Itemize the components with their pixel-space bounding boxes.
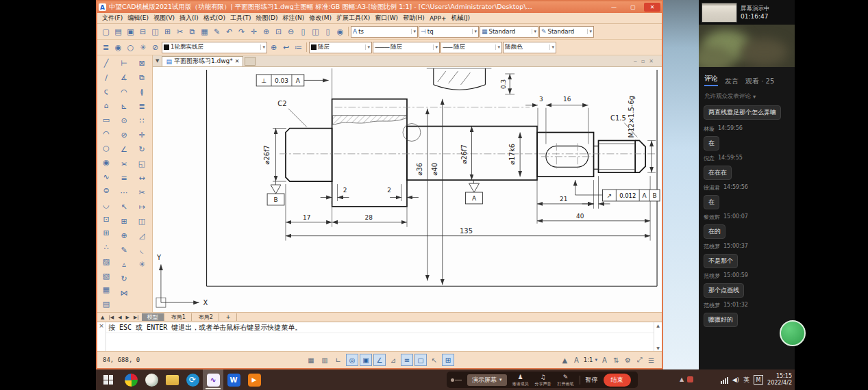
settings-gear-icon[interactable]: ⚙ (623, 354, 633, 366)
status-dyn-ucs-icon[interactable]: ▢ (414, 354, 427, 366)
arc-icon[interactable]: ◠ (98, 127, 114, 142)
trim-icon[interactable]: ✂ (134, 185, 150, 200)
tab-comments[interactable]: 评论 (704, 74, 718, 86)
menu-item[interactable]: 视图(V) (151, 14, 177, 23)
drawing-canvas[interactable]: ▼ ▤ 平面图形练习1.dwg* ✕ ‒ ▫ ✕ (153, 55, 662, 312)
dim-text-edit-icon[interactable]: ▵ (116, 257, 132, 272)
region-icon[interactable]: ▧ (98, 269, 114, 283)
taskbar-app-zwcad[interactable]: ∿ (203, 369, 223, 390)
doc-close-icon[interactable]: ✕ (649, 58, 654, 64)
close-button[interactable]: ✕ (644, 3, 660, 12)
tab-speak[interactable]: 发言 (725, 77, 739, 86)
chamfer-icon[interactable]: ◿ (134, 229, 150, 243)
dim-diameter-icon[interactable]: ⊘ (116, 128, 132, 142)
point-icon[interactable]: ∴ (98, 240, 114, 255)
text-style-dropdown[interactable]: A ts ▾ (351, 26, 418, 38)
circle-icon[interactable]: ○ (98, 141, 114, 155)
meeting-tray-icon[interactable] (687, 376, 693, 382)
tab-list-caret-icon[interactable]: ▼ (154, 58, 160, 64)
status-otrack-icon[interactable]: ∠ (373, 354, 386, 366)
explode-icon[interactable]: ✳ (134, 257, 150, 272)
tab-scroll-up-icon[interactable]: ▲ (99, 315, 106, 320)
input-language[interactable]: 英 (743, 376, 749, 385)
taskbar-app-browser[interactable] (121, 369, 141, 390)
status-grid-icon[interactable]: ▦ (305, 354, 317, 366)
invite-member-button[interactable]: ♟ 邀请成员 (512, 374, 529, 386)
zoom-previous-icon[interactable]: ⊖ (285, 26, 297, 38)
doc-restore-icon[interactable]: ▫ (641, 58, 645, 64)
table-icon[interactable]: ▦ (98, 283, 114, 298)
layer-previous-icon[interactable]: ↩ (280, 42, 292, 53)
status-dyn-icon[interactable]: ⊿ (387, 354, 399, 366)
layer-freeze-icon[interactable]: ✳ (137, 42, 149, 53)
status-menu-icon[interactable]: ☰ (646, 354, 656, 366)
pan-icon[interactable]: ✛ (248, 26, 260, 38)
chat-list[interactable]: 两直线垂足那个怎么弄喃 林璇 14:59:56 在 (699, 102, 795, 327)
start-button[interactable] (96, 369, 121, 390)
move-icon[interactable]: ✛ (134, 128, 150, 142)
command-scrollbar[interactable]: ▲ ▼ (654, 322, 662, 351)
annotation-sync-icon[interactable]: ⇅ (611, 354, 621, 366)
menu-item[interactable]: 插入(I) (177, 14, 201, 23)
dim-angular-icon[interactable]: ∠ (116, 142, 132, 157)
annotate-pen-button[interactable]: ✎ 打开画笔 (558, 374, 574, 386)
dim-aligned-icon[interactable]: ∡ (116, 70, 132, 85)
scale-icon[interactable]: ◱ (134, 157, 150, 171)
ellipse-arc-icon[interactable]: ◡ (98, 198, 114, 212)
dim-edit-icon[interactable]: ✎ (116, 243, 132, 257)
tray-expand-icon[interactable]: ▲ (680, 376, 684, 382)
copy-object-icon[interactable]: ⧉ (134, 70, 150, 85)
tab-add[interactable]: + (221, 313, 237, 321)
meeting-float-ball[interactable] (780, 320, 806, 346)
dim-linear-icon[interactable]: ⊢ (116, 56, 132, 70)
ime-mode-icon[interactable]: M (754, 375, 763, 385)
pause-share-button[interactable]: 暂停 (586, 376, 598, 385)
layer-dropdown[interactable]: 1轮廓实线层 ▾ (162, 42, 267, 53)
menu-item[interactable]: 扩展工具(X) (334, 14, 372, 23)
save-icon[interactable]: ▣ (125, 26, 136, 38)
dim-arc-icon[interactable]: ◠ (116, 85, 132, 99)
redo-icon[interactable]: ↷ (236, 26, 247, 38)
viewport-single-icon[interactable]: ▯ (297, 26, 309, 38)
volume-icon[interactable]: ◀) (732, 376, 739, 383)
tab-next-icon[interactable]: ▶ (125, 315, 131, 320)
menu-item[interactable]: 格式(O) (201, 14, 227, 23)
linetype-dropdown[interactable]: ——— 随层 ▾ (373, 42, 440, 53)
status-lineweight-icon[interactable]: ≡ (401, 354, 413, 366)
taskbar-app-folder[interactable] (162, 369, 182, 390)
drag-handle[interactable] (455, 380, 462, 380)
tab-layout1[interactable]: 布局1 (166, 313, 192, 321)
tab-model[interactable]: 模型 (142, 313, 164, 321)
clock[interactable]: 15:15 2022/4/2 (767, 373, 792, 386)
new-tab-stub[interactable] (245, 57, 256, 66)
dim-update-icon[interactable]: ↻ (116, 272, 132, 286)
dim-continue-icon[interactable]: ⋯ (116, 185, 132, 200)
menu-item[interactable]: APP+ (427, 15, 449, 22)
zoom-window-icon[interactable]: ⊡ (273, 26, 284, 38)
polygon-icon[interactable]: ⌂ (98, 99, 114, 113)
rotate-icon[interactable]: ↻ (134, 142, 150, 157)
zoom-realtime-icon[interactable]: ⊕ (260, 26, 272, 38)
dim-style-dropdown[interactable]: ⊣ tq ▾ (419, 26, 479, 38)
tray-overflow-icons[interactable]: ▲ (680, 376, 693, 382)
make-block-icon[interactable]: ⊞ (98, 226, 114, 241)
donut-icon[interactable]: ◉ (98, 155, 114, 170)
insert-block-icon[interactable]: ⊡ (98, 212, 114, 226)
rectangle-icon[interactable]: ▭ (98, 113, 114, 127)
menu-item[interactable]: 绘图(D) (253, 14, 280, 23)
status-snap-icon[interactable]: ▥ (319, 354, 331, 366)
tab-viewers[interactable]: 观看 · 25 (745, 77, 774, 86)
end-share-button[interactable]: 结束 (604, 374, 631, 387)
taskbar-app-paint[interactable] (141, 369, 162, 390)
extend-icon[interactable]: ↦ (134, 200, 150, 214)
status-polar-icon[interactable]: ◎ (346, 354, 358, 366)
annotation-scale-value[interactable]: 1:1 (584, 356, 593, 363)
fillet-icon[interactable]: ◟ (134, 243, 150, 257)
annotation-scale-icon[interactable]: A (571, 354, 582, 366)
chevron-down-icon[interactable]: ▾ (595, 357, 597, 363)
status-annotation-icon[interactable]: ⊞ (442, 354, 454, 366)
menu-item[interactable]: 文件(F) (100, 14, 125, 23)
mleader-icon[interactable]: ↖ (116, 200, 132, 214)
print-icon[interactable]: ⊟ (137, 26, 149, 38)
undo-icon[interactable]: ↶ (223, 26, 235, 38)
